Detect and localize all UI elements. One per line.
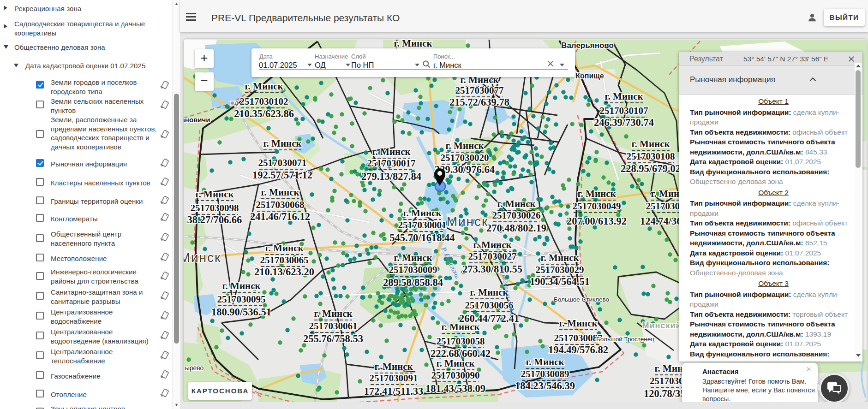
- svg-text:2517030087: 2517030087: [554, 332, 603, 344]
- svg-text:545.70/1618.44: 545.70/1618.44: [389, 232, 455, 243]
- svg-text:270.48/802.19: 270.48/802.19: [486, 222, 546, 234]
- svg-text:2517030020: 2517030020: [441, 152, 489, 163]
- svg-text:г. Минск: г. Минск: [394, 252, 432, 263]
- svg-text:г. Минск: г. Минск: [222, 280, 261, 291]
- svg-text:г. Минск: г. Минск: [374, 361, 413, 372]
- svg-text:246.39/730.74: 246.39/730.74: [594, 117, 654, 128]
- svg-text:2517030009: 2517030009: [389, 264, 437, 275]
- svg-text:241.46/716.12: 241.46/716.12: [250, 211, 310, 222]
- svg-text:г. Минск: г. Минск: [394, 39, 432, 49]
- svg-text:ановичи: ановичи: [184, 116, 210, 124]
- svg-text:Минский: Минский: [642, 321, 681, 330]
- svg-text:г. Минск: г. Минск: [245, 81, 283, 92]
- svg-text:38.27/706.66: 38.27/706.66: [187, 214, 242, 225]
- svg-text:279.13/827.84: 279.13/827.84: [361, 171, 421, 182]
- svg-text:г. Минск: г. Минск: [403, 207, 442, 219]
- svg-text:289.58/858.84: 289.58/858.84: [383, 277, 443, 288]
- svg-text:г. Минск: г. Минск: [441, 321, 480, 332]
- svg-text:г. Минск: г. Минск: [577, 188, 616, 199]
- svg-text:190.34/564.51: 190.34/564.51: [530, 276, 590, 287]
- svg-text:181.43/538.09: 181.43/538.09: [425, 383, 485, 394]
- svg-text:2517030098: 2517030098: [191, 202, 239, 213]
- svg-text:г. Минск: г. Минск: [372, 146, 411, 157]
- svg-text:2517030108: 2517030108: [627, 151, 675, 162]
- svg-text:207.00/613.92: 207.00/613.92: [567, 215, 627, 227]
- svg-text:2517030107: 2517030107: [600, 105, 648, 116]
- svg-text:г. Минск: г. Минск: [263, 138, 302, 149]
- svg-text:жд: жд: [231, 99, 239, 106]
- svg-text:215.72/639.78: 215.72/639.78: [449, 96, 509, 108]
- svg-text:г. Минск: г. Минск: [470, 287, 509, 298]
- svg-text:2517030017: 2517030017: [367, 158, 416, 169]
- svg-text:194.49/576.82: 194.49/576.82: [548, 344, 608, 356]
- svg-text:210.13/623.20: 210.13/623.20: [254, 266, 314, 278]
- svg-text:184.23/546.39: 184.23/546.39: [515, 380, 575, 391]
- svg-text:Большой Тростенец: Большой Тростенец: [596, 336, 654, 343]
- svg-text:192.57/571.12: 192.57/571.12: [252, 169, 312, 181]
- svg-text:г. Минск: г. Минск: [605, 91, 643, 102]
- svg-text:228.95/679.02: 228.95/679.02: [621, 163, 681, 174]
- svg-text:2517030091: 2517030091: [370, 373, 418, 384]
- svg-text:2517030061: 2517030061: [309, 320, 358, 332]
- svg-text:210.35/623.86: 210.35/623.86: [234, 108, 294, 119]
- svg-text:г. Минск: г. Минск: [526, 356, 564, 368]
- svg-text:г. Минск: г. Минск: [497, 198, 536, 209]
- svg-text:г. Минск: г. Минск: [445, 140, 484, 151]
- svg-text:2517030089: 2517030089: [521, 368, 569, 379]
- svg-text:2517030068: 2517030068: [256, 199, 305, 210]
- svg-text:2517030029: 2517030029: [536, 264, 584, 275]
- svg-text:Большое Стиклево: Большое Стиклево: [554, 296, 609, 303]
- svg-text:2517030090: 2517030090: [431, 370, 480, 381]
- svg-text:172.41/511.33: 172.41/511.33: [364, 385, 424, 397]
- svg-text:2517030027: 2517030027: [468, 251, 517, 262]
- svg-text:г. Минск: г. Минск: [473, 239, 512, 250]
- svg-text:Копище: Копище: [575, 72, 604, 80]
- svg-text:2517030077: 2517030077: [455, 85, 504, 96]
- svg-text:г. Минск: г. Минск: [436, 358, 475, 369]
- svg-text:2517030071: 2517030071: [258, 157, 307, 168]
- svg-text:г. Минск: г. Минск: [265, 243, 304, 254]
- svg-text:г. Минск: г. Минск: [261, 187, 299, 198]
- svg-text:Минск: Минск: [184, 250, 221, 265]
- svg-text:180.90/536.51: 180.90/536.51: [211, 306, 271, 318]
- svg-text:г. Минск: г. Минск: [540, 252, 579, 263]
- svg-text:ырёво: ырёво: [185, 364, 204, 372]
- svg-text:Минск: Минск: [447, 214, 489, 229]
- svg-text:2517030026: 2517030026: [492, 210, 541, 221]
- svg-text:2517030102: 2517030102: [240, 96, 288, 107]
- svg-text:г. Минск: г. Минск: [559, 318, 598, 329]
- svg-text:2517030001: 2517030001: [398, 219, 447, 231]
- svg-text:2517030058: 2517030058: [437, 336, 485, 347]
- svg-text:г. Минск: г. Минск: [314, 308, 353, 319]
- svg-text:2517030095: 2517030095: [217, 294, 266, 305]
- svg-text:г. Минск: г. Минск: [195, 189, 234, 200]
- svg-text:255.76/758.53: 255.76/758.53: [303, 333, 363, 344]
- svg-text:2517030065: 2517030065: [260, 255, 309, 266]
- svg-text:2517030049: 2517030049: [573, 201, 621, 212]
- svg-text:г. Минск: г. Минск: [631, 138, 670, 149]
- svg-text:273.30/810.55: 273.30/810.55: [462, 263, 522, 275]
